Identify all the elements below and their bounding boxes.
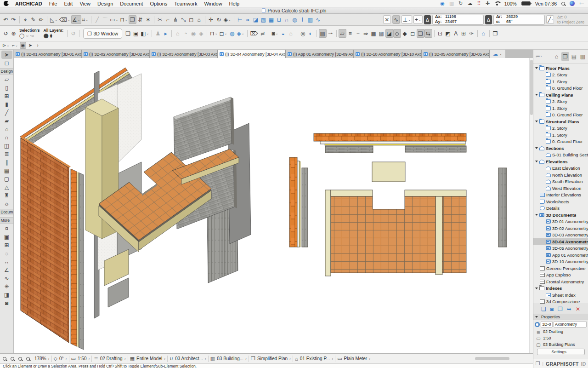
dimension-tool[interactable]: ↔ — [1, 258, 12, 266]
lock-elements-icon[interactable]: ⊓⌄ — [119, 15, 128, 24]
look-to-icon[interactable]: ⌂ — [174, 29, 181, 38]
fly-mode-icon[interactable]: ▸ — [162, 29, 170, 38]
suspend-groups-icon[interactable]: ❐ — [129, 15, 136, 24]
selection-lasso-icon[interactable]: ↝ — [30, 33, 34, 38]
properties-header[interactable]: Properties — [533, 314, 588, 320]
zone-tool[interactable]: ▢ — [1, 175, 12, 183]
tab-3[interactable]: (!) 3D-03 Axonometry [3D-03 Axon... — [150, 50, 218, 58]
guide-segment-icon[interactable]: ╱ — [93, 15, 101, 24]
add-coordinate-icon[interactable]: +⌄ — [413, 15, 423, 24]
marquee-tool[interactable]: ◻ — [1, 59, 12, 67]
view-id-field[interactable]: 3D-0 — [541, 321, 553, 328]
tracker-graph-icon[interactable]: ∿ — [392, 15, 400, 24]
disclosure-triangle-icon[interactable] — [535, 161, 538, 162]
tree-item[interactable]: Floor Plans — [533, 65, 588, 72]
menu-clock[interactable]: Ven 07:36 — [535, 1, 557, 6]
tree-item[interactable]: South Elevation — [533, 178, 588, 185]
diamond-dashed-icon[interactable]: ◇ — [393, 29, 401, 38]
view-undo-icon[interactable]: ↺ — [69, 29, 77, 38]
fit-in-box-icon[interactable]: ◻ — [187, 15, 195, 24]
window-title-bar[interactable]: Prova Calcolo strati IFC.pln — [0, 7, 588, 14]
measure-icon[interactable]: ▥ — [306, 15, 314, 24]
tree-item[interactable]: Worksheets — [533, 198, 588, 205]
toolbox-section-docum[interactable]: Docum — [0, 209, 14, 215]
fillet-chamfer-icon[interactable]: ◪ — [252, 15, 260, 24]
tab-overflow-button[interactable]: ☁⌄ — [490, 50, 505, 58]
favorites-icon[interactable]: ⊳⌄ — [1, 42, 10, 49]
guide-lines-icon[interactable]: ◺⌄ — [49, 15, 58, 24]
project-map-icon[interactable]: ⌂ — [553, 52, 560, 61]
stretch-icon[interactable]: ≈ — [244, 15, 252, 24]
renovation-filter-control[interactable]: ⌂01 Existing P...› — [295, 356, 333, 362]
fit-selection-icon[interactable]: ⊡ — [436, 29, 444, 38]
marquee-3d-icon[interactable]: ◻⌄ — [219, 29, 228, 38]
tree-item[interactable]: Sections — [533, 145, 588, 152]
zoom-level-control[interactable]: 178%› — [34, 356, 50, 361]
curtain-wall-tool[interactable]: ◫ — [1, 142, 12, 150]
3d-window-button[interactable]: ❐3D Window — [83, 29, 122, 39]
pick-up-parameters-icon[interactable]: ⌖ — [22, 15, 29, 24]
layers-overlap-icon[interactable]: ❏ — [417, 29, 424, 38]
mesh-tool[interactable]: ▦ — [1, 167, 12, 175]
disclosure-triangle-icon[interactable] — [535, 147, 538, 149]
marquee-display-icon[interactable]: ◻ — [409, 29, 417, 38]
zoom-in-button[interactable] — [18, 357, 22, 361]
view-name-field[interactable]: Axonometry — [554, 321, 587, 328]
window-tool[interactable]: ⊞ — [1, 92, 12, 100]
tree-item[interactable]: 0. Ground Floor — [533, 112, 588, 119]
display-order-icon[interactable]: ⇵ — [136, 15, 144, 24]
tree-item[interactable]: 0. Ground Floor — [533, 85, 588, 92]
lamp-tool[interactable]: ☼ — [1, 200, 12, 208]
home-story-icon[interactable]: ⌂ — [480, 29, 487, 38]
clean-tool-icon[interactable]: ⌦ — [249, 29, 259, 38]
undo-icon[interactable]: ↶ — [2, 15, 10, 24]
hatch-slash-icon[interactable]: ◩ — [444, 29, 452, 38]
toolbox-section-design[interactable]: Design — [0, 68, 14, 75]
drag-icon[interactable]: ✛ — [207, 15, 215, 24]
tracker-xy-field[interactable]: Δx:11198 Δy:23497 — [432, 15, 484, 25]
accessibility-menu-icon[interactable]: ✚ — [486, 1, 490, 6]
diamond-display-icon[interactable]: ◆ — [401, 29, 409, 38]
fill-3d-icon[interactable]: ◍ — [228, 29, 236, 38]
tree-item[interactable]: App 01 Axonometry — [533, 252, 588, 259]
tree-item[interactable]: Generic Perspective — [533, 265, 588, 272]
menu-options[interactable]: Options — [150, 1, 167, 6]
viewpoint-icon[interactable]: ◉ — [189, 29, 197, 38]
section-fill-icon[interactable]: ▨ — [319, 29, 327, 38]
apple-menu-icon[interactable] — [4, 1, 9, 6]
tree-item[interactable]: App Esploso — [533, 272, 588, 279]
path-tool-icon[interactable]: ✑ — [468, 29, 475, 38]
tab-2[interactable]: (!) 3D-02 Axonometry [3D-02 Axon... — [82, 50, 150, 58]
trim-to-element-icon[interactable]: ⊢ — [236, 15, 244, 24]
tree-item[interactable]: 1. Story — [533, 105, 588, 112]
tree-item[interactable]: Sheet Index — [533, 292, 588, 299]
tree-item[interactable]: 3D-03 Axonometry — [533, 232, 588, 239]
snap-grid-icon[interactable]: ⌗⌄ — [81, 15, 90, 24]
railing-tool[interactable]: ∥ — [1, 158, 12, 167]
tracker-ra-field[interactable]: Δr:26029 α:65° — [493, 15, 545, 25]
section-arrow-icon[interactable]: ⇀ — [327, 29, 334, 38]
tree-item[interactable]: North Elevation — [533, 172, 588, 178]
menu-archicad[interactable]: ARCHICAD — [15, 1, 42, 6]
zoom-out-button[interactable] — [3, 357, 6, 361]
close-tracker-icon[interactable]: ✕ — [383, 15, 391, 24]
disclosure-triangle-icon[interactable] — [535, 94, 538, 96]
tree-item[interactable]: 3D-02 Axonometry — [533, 225, 588, 232]
hatch-corner-icon[interactable]: ◪ — [385, 29, 393, 38]
graphic-override-control[interactable]: ❐Simplified Plan› — [251, 356, 291, 362]
menu-edit[interactable]: Edit — [64, 1, 73, 6]
wifi-icon[interactable] — [494, 1, 500, 6]
tree-item[interactable]: East Elevation — [533, 165, 588, 172]
new-folder-button[interactable]: ❏ — [541, 306, 546, 312]
perspective-view-icon[interactable]: ❏ — [124, 29, 132, 38]
bim-components-menu-icon[interactable]: ⠿ — [477, 1, 481, 6]
tree-item[interactable]: 3D-05 Axonometry — [533, 245, 588, 252]
camera-tool[interactable]: ◙ — [1, 299, 12, 307]
resize-icon[interactable]: ⤡ — [180, 15, 187, 24]
siri-icon[interactable] — [570, 1, 575, 6]
tab-5[interactable]: (!) App 01 Axonometry [3D-09 Axon... — [286, 50, 354, 58]
vr-view-icon[interactable]: ◈ — [197, 29, 205, 38]
camera-icon[interactable]: ◙⌄ — [271, 29, 279, 38]
tree-item[interactable]: Frontal Axonometry — [533, 278, 588, 285]
hatch-lines-icon[interactable]: ▨ — [378, 29, 385, 38]
